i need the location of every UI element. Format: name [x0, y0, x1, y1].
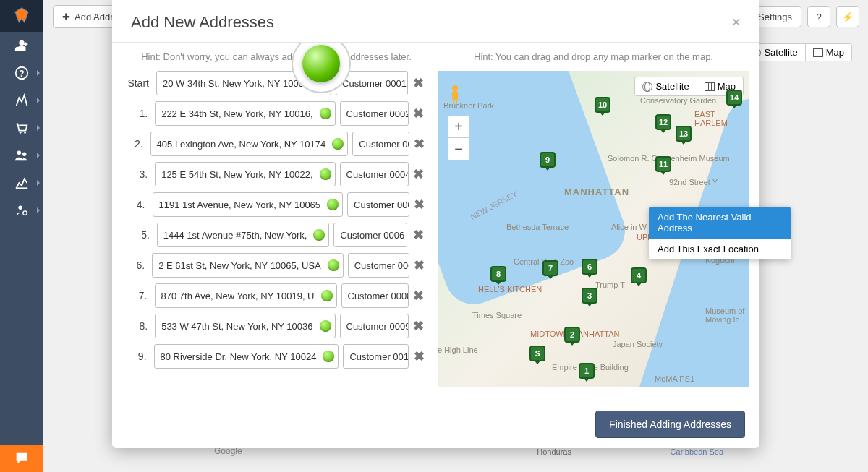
finished-button[interactable]: Finished Adding Addresses — [595, 411, 745, 438]
row-number: 3. — [125, 168, 150, 180]
bolt-button[interactable]: ⚡ — [836, 6, 859, 27]
delete-row-icon[interactable]: ✖ — [413, 288, 425, 304]
customer-input[interactable]: Customer 0006 — [333, 223, 407, 247]
customer-input[interactable]: Customer 0005 — [347, 192, 409, 217]
svg-point-8 — [452, 85, 458, 91]
address-input[interactable]: 1191 1st Avenue, New York, NY 10065 — [153, 192, 344, 217]
delete-row-icon[interactable]: ✖ — [412, 227, 425, 243]
zoom-out-button[interactable]: − — [448, 138, 469, 160]
map-marker[interactable]: 13 — [676, 126, 692, 145]
address-input[interactable]: 870 7th Ave, New York, NY 10019, U — [155, 283, 337, 308]
plus-icon: ✚ — [62, 12, 70, 22]
sidebar-item-analytics[interactable] — [0, 169, 43, 197]
delete-row-icon[interactable]: ✖ — [413, 166, 425, 182]
customer-input[interactable]: Customer 0002 — [340, 101, 409, 126]
zoom-in-button[interactable]: + — [448, 116, 469, 138]
svg-rect-10 — [453, 100, 454, 104]
ctx-add-exact[interactable]: Add This Exact Location — [649, 239, 791, 259]
map-marker[interactable]: 4 — [631, 267, 647, 286]
map-marker[interactable]: 11 — [655, 156, 671, 175]
validation-dot-icon — [320, 168, 331, 180]
delete-row-icon[interactable]: ✖ — [413, 348, 425, 364]
ctx-add-nearest[interactable]: Add The Nearest Valid Address — [649, 207, 791, 239]
validation-dot-icon — [313, 229, 325, 241]
map-marker[interactable]: 14 — [726, 90, 742, 108]
map-marker[interactable]: 10 — [595, 97, 610, 116]
validation-dot-icon — [323, 351, 334, 362]
validation-dot-icon — [320, 320, 331, 332]
svg-point-5 — [22, 152, 25, 156]
svg-point-2 — [19, 132, 21, 134]
row-number: 7. — [125, 290, 150, 301]
row-number: 5. — [125, 229, 153, 241]
globe-icon — [642, 82, 652, 92]
delete-row-icon[interactable]: ✖ — [412, 75, 425, 91]
map-marker[interactable]: 8 — [490, 266, 506, 285]
address-input[interactable]: 405 Lexington Ave, New York, NY 10174 — [150, 132, 349, 156]
delete-row-icon[interactable]: ✖ — [413, 318, 425, 334]
map-marker[interactable]: 1 — [579, 363, 595, 382]
app-logo[interactable] — [0, 0, 43, 32]
map-marker[interactable]: 9 — [540, 152, 556, 171]
chat-button[interactable] — [0, 445, 43, 472]
sidebar-item-team[interactable] — [0, 142, 43, 169]
address-row: 8.533 W 47th St, New York, NY 10036Custo… — [125, 314, 425, 338]
svg-point-4 — [17, 151, 20, 155]
zoom-control: + − — [448, 116, 469, 160]
sidebar-item-help[interactable]: ? — [0, 59, 43, 87]
address-input[interactable]: 2 E 61st St, New York, NY 10065, USA — [152, 253, 344, 278]
hint-left: Hint: Don't worry, you can always add or… — [125, 51, 427, 62]
row-number: 9. — [125, 351, 150, 362]
modal-title: Add New Addresses — [131, 13, 274, 32]
map-marker[interactable]: 2 — [564, 327, 580, 346]
row-number: 6. — [125, 259, 148, 271]
address-input[interactable]: 125 E 54th St, New York, NY 10022, — [155, 162, 335, 186]
delete-row-icon[interactable]: ✖ — [414, 257, 425, 273]
map-marker[interactable]: 12 — [655, 114, 671, 133]
map-marker[interactable]: 3 — [582, 288, 597, 306]
customer-input[interactable]: Customer 0010 — [343, 344, 409, 369]
customer-input[interactable]: Customer 0009 — [340, 314, 409, 338]
row-number: Start — [125, 77, 152, 89]
svg-rect-9 — [452, 91, 458, 100]
validation-dot-icon — [321, 290, 333, 301]
customer-input[interactable]: Customer 0008 — [341, 283, 409, 308]
address-row: Start20 W 34th St, New York, NY 10001Cus… — [125, 71, 425, 95]
pegman-icon[interactable] — [448, 84, 462, 106]
svg-text:?: ? — [19, 69, 24, 79]
row-number: 8. — [125, 320, 150, 332]
help-button[interactable]: ? — [807, 6, 830, 27]
bg-map-toggle[interactable]: Satellite Map — [743, 43, 852, 61]
close-icon[interactable]: × — [731, 13, 741, 32]
delete-row-icon[interactable]: ✖ — [414, 136, 425, 152]
address-input[interactable]: 533 W 47th St, New York, NY 10036 — [155, 314, 335, 338]
address-rows[interactable]: Start20 W 34th St, New York, NY 10001Cus… — [125, 71, 427, 387]
customer-input[interactable]: Customer 0003 — [352, 132, 409, 156]
map-context-menu: Add The Nearest Valid Address Add This E… — [649, 207, 791, 259]
map-marker[interactable]: S — [529, 346, 545, 364]
address-input[interactable]: 222 E 34th St, New York, NY 10016, — [155, 101, 335, 126]
sidebar-item-cart[interactable] — [0, 114, 43, 142]
bg-sea-label: Caribbean Sea — [671, 447, 723, 456]
sidebar-item-add-user[interactable] — [0, 32, 43, 59]
validation-dot-icon — [332, 138, 344, 150]
validation-dot-icon — [320, 108, 331, 119]
address-row: 3.125 E 54th St, New York, NY 10022,Cust… — [125, 162, 425, 186]
address-row: 1.222 E 34th St, New York, NY 10016,Cust… — [125, 101, 425, 126]
customer-input[interactable]: Customer 0007 — [348, 253, 409, 278]
map-marker[interactable]: 7 — [542, 260, 558, 279]
address-row: 9.80 Riverside Dr, New York, NY 10024Cus… — [125, 344, 425, 369]
sidebar-item-routes[interactable] — [0, 87, 43, 114]
sidebar-item-user-settings[interactable] — [0, 197, 43, 224]
customer-input[interactable]: Customer 0004 — [340, 162, 409, 186]
address-input[interactable]: 1444 1st Avenue #75th, New York, — [157, 223, 330, 247]
satellite-button[interactable]: Satellite — [635, 77, 697, 95]
address-row: 6.2 E 61st St, New York, NY 10065, USACu… — [125, 253, 425, 278]
address-row: 4.1191 1st Avenue, New York, NY 10065Cus… — [125, 192, 425, 217]
delete-row-icon[interactable]: ✖ — [413, 106, 425, 121]
address-row: 7.870 7th Ave, New York, NY 10019, UCust… — [125, 283, 425, 308]
address-row: 2.405 Lexington Ave, New York, NY 10174C… — [125, 132, 425, 156]
delete-row-icon[interactable]: ✖ — [414, 197, 425, 213]
address-input[interactable]: 80 Riverside Dr, New York, NY 10024 — [154, 344, 339, 369]
map-marker[interactable]: 6 — [582, 259, 597, 278]
